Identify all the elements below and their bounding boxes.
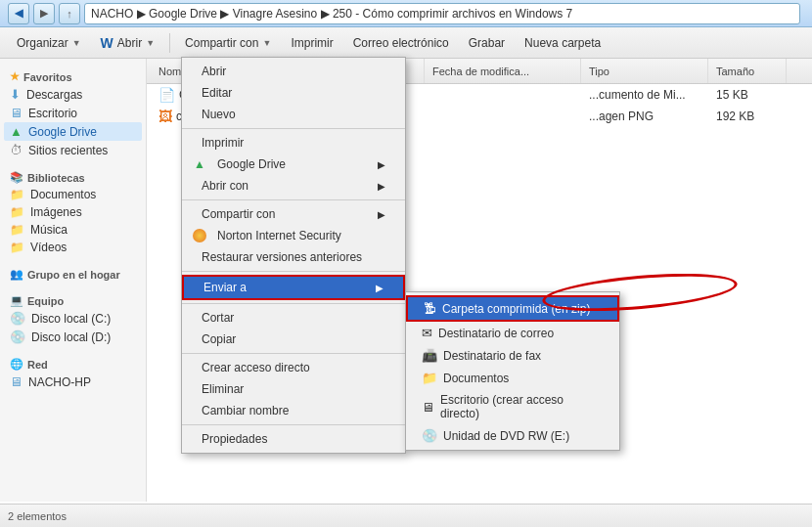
back-button[interactable]: ◀: [8, 3, 29, 24]
sidebar: ★ Favoritos ⬇ Descargas 🖥 Escritorio ▲ G…: [0, 59, 147, 502]
computer-section: 💻 Equipo: [4, 290, 142, 309]
ctx-editar[interactable]: Editar: [182, 82, 405, 104]
breadcrumb-text: NACHO ▶ Google Drive ▶ Vinagre Asesino ▶…: [91, 7, 572, 21]
ctx-sep3: [182, 271, 405, 272]
homegroup-icon: 👥: [10, 268, 23, 281]
file-type-1: ...agen PNG: [581, 110, 708, 123]
print-button[interactable]: Imprimir: [282, 30, 341, 56]
status-bar: 2 elementos: [0, 504, 812, 527]
videos-icon: 📁: [10, 241, 24, 254]
title-bar: ◀ ▶ ↑ NACHO ▶ Google Drive ▶ Vinagre Ase…: [0, 0, 812, 27]
ctx-cambiar-nombre[interactable]: Cambiar nombre: [182, 400, 405, 421]
col-header-size[interactable]: Tamaño: [708, 59, 787, 83]
submenu-documentos[interactable]: 📁 Documentos: [406, 367, 619, 389]
file-size-0: 15 KB: [708, 88, 787, 102]
dvd-icon: 💿: [422, 428, 437, 443]
ctx-abrir[interactable]: Abrir: [182, 61, 405, 82]
desktop-icon: 🖥: [10, 106, 23, 120]
recent-icon: ⏱: [10, 143, 23, 157]
sidebar-item-videos[interactable]: 📁 Vídeos: [4, 239, 142, 256]
sidebar-item-googledrive[interactable]: ▲ Google Drive: [4, 122, 142, 141]
documents-icon: 📁: [10, 188, 24, 201]
submenu-destinatario-correo[interactable]: ✉ Destinatario de correo: [406, 322, 619, 344]
ctx-eliminar[interactable]: Eliminar: [182, 378, 405, 400]
doc-icon: 📄: [158, 87, 175, 103]
submenu-carpeta-zip[interactable]: 🗜 Carpeta comprimida (en zip): [406, 295, 619, 322]
ctx-abrir-con[interactable]: Abrir con ▶: [182, 175, 405, 197]
sidebar-item-escritorio[interactable]: 🖥 Escritorio: [4, 104, 142, 122]
up-button[interactable]: ↑: [59, 3, 80, 24]
diskd-icon: 💿: [10, 329, 25, 344]
file-size-1: 192 KB: [708, 110, 787, 123]
organize-arrow: ▼: [72, 38, 81, 48]
ctx-crear-acceso[interactable]: Crear acceso directo: [182, 357, 405, 378]
toolbar: Organizar ▼ W Abrir ▼ Compartir con ▼ Im…: [0, 27, 812, 59]
ctx-sep6: [182, 424, 405, 425]
ctx-restaurar[interactable]: Restaurar versiones anteriores: [182, 246, 405, 268]
network-section: 🌐 Red: [4, 354, 142, 373]
computer-icon: 💻: [10, 294, 23, 307]
email-button[interactable]: Correo electrónico: [344, 30, 458, 56]
library-icon: 📚: [10, 171, 23, 184]
norton-icon: [190, 228, 209, 243]
ctx-copiar[interactable]: Copiar: [182, 329, 405, 350]
burn-button[interactable]: Grabar: [460, 30, 514, 56]
ctx-compartir[interactable]: Compartir con ▶: [182, 203, 405, 225]
docs-icon: 📁: [422, 371, 437, 385]
share-arrow: ▼: [262, 38, 271, 48]
share-button[interactable]: Compartir con ▼: [176, 30, 280, 56]
sidebar-item-recientes[interactable]: ⏱ Sitios recientes: [4, 141, 142, 159]
abrir-con-arrow: ▶: [378, 181, 385, 192]
img-icon: 🖼: [158, 109, 172, 124]
sidebar-item-diskc[interactable]: 💿 Disco local (C:): [4, 309, 142, 328]
submenu-destinatario-fax[interactable]: 📠 Destinatario de fax: [406, 344, 619, 367]
new-folder-button[interactable]: Nueva carpeta: [516, 30, 609, 56]
enviar-a-arrow: ▶: [376, 283, 383, 293]
word-icon: W: [101, 35, 113, 51]
context-menu: Abrir Editar Nuevo Imprimir ▲ Google Dri…: [181, 57, 406, 454]
favorites-section: ★ Favoritos: [4, 66, 142, 85]
ctx-sep1: [182, 128, 405, 129]
ctx-cortar[interactable]: Cortar: [182, 307, 405, 329]
libraries-section: 📚 Bibliotecas: [4, 167, 142, 186]
enviar-submenu: 🗜 Carpeta comprimida (en zip) ✉ Destinat…: [405, 291, 620, 451]
diskc-icon: 💿: [10, 311, 25, 326]
ctx-nuevo[interactable]: Nuevo: [182, 104, 405, 125]
sep1: [169, 33, 170, 53]
submenu-dvd[interactable]: 💿 Unidad de DVD RW (E:): [406, 424, 619, 447]
sidebar-item-diskd[interactable]: 💿 Disco local (D:): [4, 328, 142, 346]
col-header-type[interactable]: Tipo: [581, 59, 708, 83]
status-text: 2 elementos: [8, 510, 67, 522]
col-header-date[interactable]: Fecha de modifica...: [425, 59, 581, 83]
favorites-star-icon: ★: [10, 70, 20, 83]
ctx-sep5: [182, 353, 405, 354]
organize-button[interactable]: Organizar ▼: [8, 30, 90, 56]
music-icon: 📁: [10, 223, 24, 237]
sidebar-item-nachohp[interactable]: 🖥 NACHO-HP: [4, 373, 142, 391]
fax-icon: 📠: [422, 348, 437, 363]
download-icon: ⬇: [10, 87, 21, 102]
ctx-norton[interactable]: Norton Internet Security: [182, 225, 405, 246]
forward-button[interactable]: ▶: [33, 3, 55, 24]
ctx-enviar-a[interactable]: Enviar a ▶: [182, 275, 405, 300]
mail-icon: ✉: [422, 326, 432, 340]
sidebar-item-musica[interactable]: 📁 Música: [4, 221, 142, 239]
open-button[interactable]: W Abrir ▼: [92, 30, 163, 56]
gdrive-icon: ▲: [10, 124, 23, 139]
zip-icon: 🗜: [424, 301, 436, 316]
submenu-escritorio[interactable]: 🖥 Escritorio (crear acceso directo): [406, 389, 619, 424]
ctx-gdrive[interactable]: ▲ Google Drive ▶: [182, 154, 405, 175]
sidebar-item-imagenes[interactable]: 📁 Imágenes: [4, 203, 142, 221]
ctx-sep2: [182, 199, 405, 200]
file-type-0: ...cumento de Mi...: [581, 88, 708, 102]
ctx-propiedades[interactable]: Propiedades: [182, 428, 405, 450]
sidebar-item-documentos[interactable]: 📁 Documentos: [4, 186, 142, 203]
nav-buttons: ◀ ▶ ↑: [8, 3, 80, 24]
sidebar-item-descargas[interactable]: ⬇ Descargas: [4, 85, 142, 104]
images-icon: 📁: [10, 205, 24, 219]
open-arrow: ▼: [146, 38, 155, 48]
network-icon: 🌐: [10, 358, 23, 371]
breadcrumb[interactable]: NACHO ▶ Google Drive ▶ Vinagre Asesino ▶…: [84, 3, 800, 24]
ctx-imprimir[interactable]: Imprimir: [182, 132, 405, 154]
ctx-sep4: [182, 303, 405, 304]
